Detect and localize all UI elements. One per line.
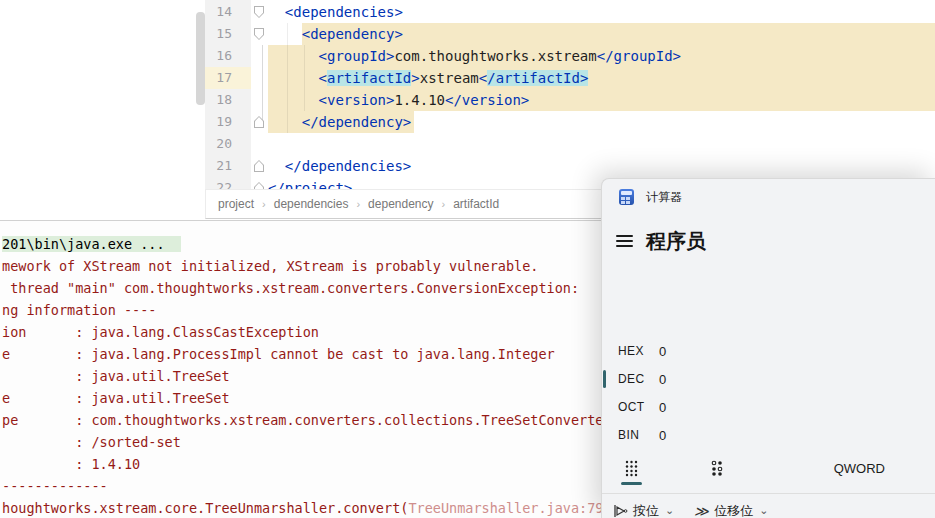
text-segment: com.thoughtworks.xstream [394,48,596,64]
fold-gutter [251,89,268,111]
text-segment: <groupId> [319,48,395,64]
calculator-titlebar[interactable]: 计算器 [602,179,935,215]
text-segment: : java.util.TreeSet [2,368,230,384]
code-line-text[interactable]: <dependencies> [268,1,935,23]
text-segment: ng information ---- [2,302,156,318]
radix-row-oct[interactable]: OCT0 [602,393,935,421]
editor-line[interactable]: 14 <dependencies> [205,1,935,23]
line-number: 17 [205,67,251,89]
code-line-text[interactable]: <artifactId>xstream</artifactId> [268,67,935,89]
bitwise-icon [611,503,629,518]
text-segment [268,92,319,108]
editor-line[interactable]: 16 <groupId>com.thoughtworks.xstream</gr… [205,45,935,67]
editor-line[interactable]: 17 <artifactId>xstream</artifactId> [205,67,935,89]
code-line-text[interactable]: </dependency> [268,111,935,133]
radix-value: 0 [659,400,666,415]
bitwise-label: 按位 [633,502,659,518]
bitshift-label: 位移位 [714,502,753,518]
code-line-text[interactable]: <version>1.4.10</version> [268,89,935,111]
code-editor[interactable]: 14 <dependencies>15 <dependency>16 <grou… [205,0,935,189]
text-segment: </groupId> [597,48,681,64]
breadcrumb-separator: › [262,198,266,210]
text-segment: > [411,70,419,86]
radix-label: BIN [618,428,656,442]
code-line-text[interactable]: </dependencies> [268,155,935,177]
breadcrumb-separator: › [442,198,446,210]
code-line-text[interactable] [268,133,935,155]
fold-marker-icon[interactable] [254,116,264,128]
fold-gutter [251,45,268,67]
text-segment [268,70,319,86]
fold-gutter [251,133,268,155]
editor-line[interactable]: 20 [205,133,935,155]
line-number: 20 [205,133,251,155]
text-segment: 1.4.10 [394,92,445,108]
line-number: 19 [205,111,251,133]
editor-line[interactable]: 15 <dependency> [205,23,935,45]
text-segment: xstream [420,70,479,86]
radix-value: 0 [659,428,666,443]
bitshift-dropdown-button[interactable]: ≫ 位移位 ⌄ [692,494,768,518]
line-number: 21 [205,155,251,177]
calculator-app-icon [619,189,634,205]
radix-list: HEX0DEC0OCT0BIN0 [602,337,935,449]
code-line-text[interactable]: <groupId>com.thoughtworks.xstream</group… [268,45,935,67]
fold-gutter [251,67,268,89]
radix-row-hex[interactable]: HEX0 [602,337,935,365]
code-line-text[interactable]: <dependency> [268,23,935,45]
line-number: 15 [205,23,251,45]
editor-line[interactable]: 19 </dependency> [205,111,935,133]
fold-gutter [251,111,268,133]
radix-row-bin[interactable]: BIN0 [602,421,935,449]
text-segment: < [319,70,327,86]
text-segment: 201\bin\java.exe ... [2,236,181,252]
fold-marker-icon[interactable] [254,28,264,40]
text-segment: : 1.4.10 [2,456,140,472]
radix-label: DEC [618,372,656,386]
breadcrumb-item-dependency[interactable]: dependency [368,197,433,211]
line-number: 22 [205,177,251,189]
fold-gutter [251,1,268,23]
text-segment: < [479,70,487,86]
calculator-mode-label: 程序员 [646,228,706,255]
word-size-button[interactable]: QWORD [828,453,891,483]
text-segment [268,48,319,64]
full-keypad-toggle-button[interactable] [613,453,649,483]
text-segment: e : java.util.TreeSet [2,390,230,406]
calculator-window: 计算器 程序员 HEX0DEC0OCT0BIN0 [601,178,935,518]
text-segment: artifactId [327,70,411,86]
text-segment: thread "main" com.thoughtworks.xstream.c… [2,280,579,296]
text-segment: > [580,70,588,86]
bit-toggle-keypad-button[interactable] [699,453,735,483]
fold-gutter [251,177,268,189]
chevron-down-icon: ⌄ [759,504,768,517]
line-number: 16 [205,45,251,67]
radix-label: HEX [618,344,656,358]
stacktrace-link[interactable]: TreeUnmarshaller.java:79 [408,500,603,516]
radix-row-dec[interactable]: DEC0 [602,365,935,393]
fold-marker-icon[interactable] [254,182,264,189]
dialpad-icon [625,460,638,477]
text-segment: pe : com.thoughtworks.xstream.converters… [2,412,612,428]
text-segment: <dependencies> [268,4,403,20]
hamburger-menu-icon[interactable] [616,235,633,248]
breadcrumb-item-dependencies[interactable]: dependencies [274,197,349,211]
fold-marker-icon[interactable] [254,160,264,172]
text-segment: mework of XStream not initialized, XStre… [2,258,538,274]
editor-line[interactable]: 18 <version>1.4.10</version> [205,89,935,111]
breadcrumb-item-project[interactable]: project [218,197,254,211]
bitshift-icon: ≫ [692,503,710,518]
selected-keypad-underline [621,482,642,485]
calculator-title: 计算器 [646,189,682,206]
keypad-toggle-row: QWORD [602,451,935,487]
text-segment: : /sorted-set [2,434,181,450]
line-number: 14 [205,1,251,23]
text-segment: </version> [445,92,529,108]
radix-label: OCT [618,400,656,414]
scrollbar-thumb[interactable] [196,12,205,105]
bitwise-dropdown-button[interactable]: 按位 ⌄ [611,494,674,518]
fold-marker-icon[interactable] [254,6,264,18]
editor-line[interactable]: 21 </dependencies> [205,155,935,177]
bit-toggle-icon [711,460,723,476]
breadcrumb-item-artifactId[interactable]: artifactId [453,197,499,211]
